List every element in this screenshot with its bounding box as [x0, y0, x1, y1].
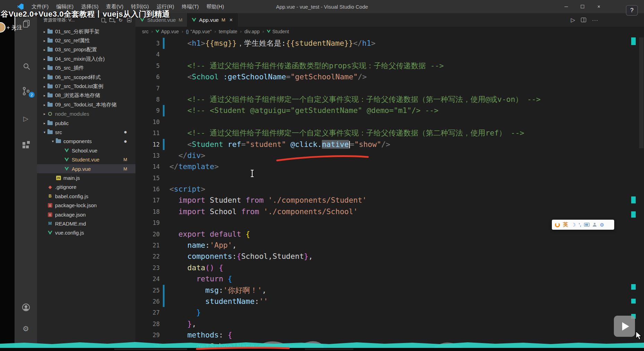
git-modified-gutter	[163, 195, 165, 206]
code-line[interactable]: 25 msg:'你好啊！',	[135, 285, 644, 296]
ime-toolbar[interactable]: 英 ☽ ’, ⚙	[552, 220, 614, 230]
breadcrumb-item[interactable]: Student	[267, 29, 289, 34]
code-line[interactable]: 24 return {	[135, 273, 644, 284]
code-line[interactable]: 22 components:{School,Student},	[135, 251, 644, 262]
file-label: package.json	[55, 212, 86, 218]
tree-item-src[interactable]: ▾src●	[37, 128, 135, 137]
code-line[interactable]: 16<script>	[135, 184, 644, 195]
code-text: </div>	[169, 150, 205, 161]
help-badge[interactable]: ?	[626, 5, 638, 16]
file-label: 08_浏览器本地存储	[55, 92, 100, 99]
breadcrumb-item[interactable]: div.app	[244, 29, 259, 34]
code-line[interactable]: 6 <School :getSchoolName="getSchoolName"…	[135, 71, 644, 82]
code-line[interactable]: 30 getSchoolName(name){	[135, 341, 644, 348]
tab-modified-badge: M	[179, 17, 183, 23]
code-line[interactable]: 10	[135, 116, 644, 128]
code-line[interactable]: 29 methods: {	[135, 330, 644, 341]
maximize-icon[interactable]: ☐	[574, 0, 591, 13]
line-number: 27	[135, 307, 160, 318]
tree-item-07_src_TodoList案例[interactable]: ▸07_src_TodoList案例	[37, 82, 135, 91]
tree-item-Student.vue[interactable]: Student.vueM	[37, 155, 135, 164]
tab-app-vue[interactable]: App.vue M ×	[187, 13, 238, 27]
code-text: import School from './components/School'	[169, 206, 358, 217]
tree-item-08_浏览器本地存储[interactable]: ▸08_浏览器本地存储	[37, 91, 135, 100]
tree-item-babel.config.js[interactable]: babel.config.js	[37, 192, 135, 201]
tree-item-public[interactable]: ▸public	[37, 119, 135, 128]
line-number: 9	[135, 105, 160, 116]
tree-item-package-lock.json[interactable]: package-lock.json	[37, 201, 135, 210]
tree-item-03_src_props配置[interactable]: ▸03_src_props配置	[37, 45, 135, 54]
tree-item-main.js[interactable]: main.js	[37, 173, 135, 182]
code-line[interactable]: 8 <!-- 通过父组件给子组件绑定一个自定义事件实现：子给父传递数据（第一种写…	[135, 94, 644, 105]
code-line[interactable]: 5 <!-- 通过父组件给子组件传递函数类型的props实现：子给父传递数据 -…	[135, 60, 644, 71]
play-overlay-button[interactable]	[614, 316, 635, 337]
close-icon[interactable]: ×	[591, 0, 607, 13]
split-editor-icon[interactable]	[581, 18, 586, 22]
activity-settings-button[interactable]: ⚙	[15, 321, 37, 336]
activity-search-button[interactable]	[15, 58, 37, 73]
tree-item-09_src_TodoList_本地存储[interactable]: ▸09_src_TodoList_本地存储	[37, 100, 135, 109]
line-number: 5	[135, 60, 160, 71]
tree-item-04_src_mixin混入(合)[interactable]: ▸04_src_mixin混入(合)	[37, 54, 135, 63]
breadcrumb-item[interactable]: template	[219, 29, 237, 34]
more-actions-icon[interactable]: ···	[592, 17, 598, 23]
code-line[interactable]: 17 import Student from './components/Stu…	[135, 195, 644, 206]
tree-item-node_modules[interactable]: ▸node_modules	[37, 109, 135, 119]
breadcrumb-item[interactable]: src	[142, 29, 149, 34]
tree-item-App.vue[interactable]: App.vueM	[37, 164, 135, 173]
tree-item-School.vue[interactable]: School.vue	[37, 146, 135, 155]
editor-scrollbar[interactable]	[639, 37, 644, 148]
code-line[interactable]: 3 <h1>{{msg}}，学生姓名是:{{studentName}}</h1>	[135, 38, 644, 49]
chevron-right-icon: ▸	[42, 66, 47, 70]
ime-settings-icon[interactable]: ⚙	[600, 222, 604, 228]
breadcrumb-item[interactable]: App.vue	[156, 29, 179, 34]
ime-person-icon[interactable]	[593, 223, 597, 227]
code-line[interactable]: 4	[135, 49, 644, 60]
tree-item-06_src_scoped样式[interactable]: ▸06_src_scoped样式	[37, 73, 135, 82]
code-line[interactable]: 21 name:'App',	[135, 240, 644, 251]
menu-item[interactable]: 帮助(H)	[203, 3, 228, 10]
tree-item-components[interactable]: ▾components●	[37, 137, 135, 146]
ime-keyboard-icon[interactable]	[584, 223, 590, 227]
line-number: 22	[135, 251, 160, 262]
scm-badge: 2	[29, 92, 35, 98]
code-line[interactable]: 11 <!-- 通过父组件给子组件绑定一个自定义事件实现：子给父传递数据（第二种…	[135, 128, 644, 139]
close-tab-icon[interactable]: ×	[229, 17, 232, 23]
ime-halfwidth-moon-icon[interactable]: ☽	[571, 222, 576, 228]
menu-item[interactable]: 终端(T)	[178, 3, 203, 10]
code-line[interactable]: 23 data() {	[135, 262, 644, 273]
gear-icon: ⚙	[23, 325, 29, 333]
run-file-icon[interactable]: ▷	[571, 17, 575, 23]
ime-punctuation-icon[interactable]: ’,	[579, 222, 581, 227]
follow-button[interactable]: + 关注	[7, 24, 23, 32]
tree-item-vue.config.js[interactable]: vue.config.js	[37, 228, 135, 237]
code-line[interactable]: 13 </div>	[135, 150, 644, 161]
tree-item-.gitignore[interactable]: .gitignore	[37, 183, 135, 192]
code-editor[interactable]: 3 <h1>{{msg}}，学生姓名是:{{studentName}}</h1>…	[135, 36, 644, 348]
activity-account-button[interactable]	[15, 300, 37, 315]
code-line[interactable]: 15	[135, 173, 644, 184]
ime-language-mode[interactable]: 英	[563, 221, 568, 228]
file-label: 09_src_TodoList_本地存储	[55, 102, 117, 108]
tree-item-05_src_插件[interactable]: ▸05_src_插件	[37, 64, 135, 73]
code-line[interactable]: 7	[135, 83, 644, 94]
activity-extensions-button[interactable]	[15, 137, 37, 152]
code-line[interactable]: 18 import School from './components/Scho…	[135, 206, 644, 217]
activity-run-debug-button[interactable]: ▷	[15, 111, 37, 126]
code-line[interactable]: 14</template>	[135, 161, 644, 172]
minimize-icon[interactable]: ─	[558, 0, 574, 13]
activity-source-control-button[interactable]: 2	[15, 84, 37, 99]
code-line[interactable]: 28 },	[135, 318, 644, 330]
code-line[interactable]: 27 }	[135, 307, 644, 318]
code-line[interactable]: 9 <!-- <Student @atguigu="getStudentName…	[135, 105, 644, 116]
code-line[interactable]: 12 <Student ref="student" @click.native=…	[135, 139, 644, 150]
tree-item-package.json[interactable]: package.json	[37, 210, 135, 219]
tree-item-01_src_分析脚手架[interactable]: ▸01_src_分析脚手架	[37, 27, 135, 36]
code-line[interactable]: 20 export default {	[135, 229, 644, 240]
vue-icon	[47, 230, 53, 235]
code-line[interactable]: 26 studentName:''	[135, 296, 644, 307]
line-number: 20	[135, 229, 160, 240]
breadcrumb-item[interactable]: {}"App.vue"	[186, 29, 212, 34]
tree-item-02_src_ref属性[interactable]: ▸02_src_ref属性	[37, 36, 135, 45]
tree-item-README.md[interactable]: README.md	[37, 219, 135, 228]
